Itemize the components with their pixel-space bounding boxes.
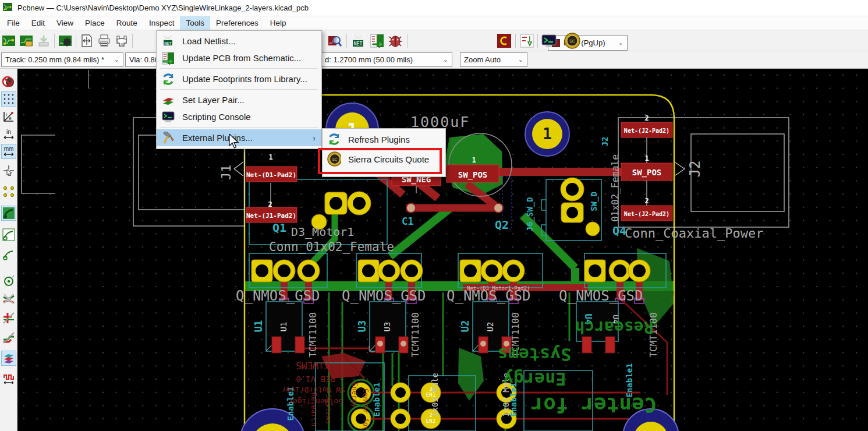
plot-button[interactable] (113, 33, 130, 49)
hide-nets-button[interactable] (1, 291, 16, 306)
chevron-down-icon: ⌄ (440, 56, 448, 63)
menu-edit[interactable]: Edit (26, 16, 51, 30)
search-footprint-button[interactable] (326, 33, 343, 49)
window-title: Pcbnew — C:\Users\Navin\Desktop\Demo XYZ… (17, 3, 309, 12)
menu-bar: File Edit View Place Route Inspect Tools… (0, 16, 868, 30)
zoom-select[interactable]: Zoom Auto ⌄ (460, 52, 527, 67)
microwave-tools-button[interactable] (1, 371, 16, 386)
menu-item-update-pcb[interactable]: Update PCB from Schematic... (157, 50, 321, 66)
svg-text:Center for: Center for (531, 393, 657, 417)
grid-visibility-button[interactable] (1, 91, 16, 107)
layer-pair-icon (161, 94, 175, 107)
svg-text:2: 2 (268, 200, 272, 209)
main-toolbar: NET F.Cu (PgUp) ⌄ SC (0, 30, 868, 51)
via-sketch-button[interactable] (1, 274, 16, 289)
svg-text:Systems: Systems (498, 344, 571, 365)
svg-text:NET: NET (164, 41, 172, 45)
menu-item-label: Update Footprints from Library... (182, 74, 307, 84)
polar-coords-button[interactable]: rθ (1, 109, 16, 124)
svg-text:J2: J2 (687, 161, 703, 178)
menu-view[interactable]: View (51, 16, 79, 30)
menu-file[interactable]: File (1, 16, 26, 30)
netlist-icon: NET (161, 35, 175, 48)
track-width-select[interactable]: Track: 0.250 mm (9.84 mils) * ⌄ (1, 52, 123, 67)
svg-text:PCB V1.0: PCB V1.0 (296, 375, 335, 384)
svg-text:Q_NMOS_GSD: Q_NMOS_GSD (559, 288, 643, 304)
menu-tools[interactable]: Tools (180, 16, 210, 30)
zoom-value: Zoom Auto (464, 55, 501, 64)
menu-item-load-netlist[interactable]: NET Load Netlist... (157, 33, 321, 50)
units-inches-button[interactable]: in (1, 127, 16, 142)
cross-probe-button[interactable] (518, 33, 536, 49)
ratsnest-visibility-button[interactable] (1, 184, 16, 199)
scripting-console-button[interactable] (540, 33, 558, 49)
svg-text:Systems: Systems (324, 395, 332, 425)
svg-text:Enable1: Enable1 (372, 382, 381, 416)
menu-route[interactable]: Route (111, 16, 143, 30)
units-mm-button[interactable]: mm (1, 144, 16, 159)
menu-item-scripting-console[interactable]: Scripting Console (157, 108, 321, 125)
menu-item-label: Refresh Plugins (348, 135, 410, 144)
new-board-button[interactable] (0, 33, 17, 49)
track-sketch-button[interactable] (1, 246, 16, 262)
svg-text:1: 1 (543, 125, 552, 143)
print-button[interactable] (95, 33, 113, 49)
svg-text:J1: J1 (219, 165, 233, 181)
menu-item-set-layer-pair[interactable]: Set Layer Pair... (157, 91, 321, 108)
menu-item-label: Update PCB from Schematic... (182, 53, 301, 63)
menu-inspect[interactable]: Inspect (143, 16, 180, 30)
svg-text:01x02_Female: 01x02_Female (610, 154, 621, 222)
svg-text:U3: U3 (382, 322, 392, 332)
svg-text:Research: Research (575, 317, 654, 337)
svg-text:J6_SW_D: J6_SW_D (525, 197, 535, 231)
svg-text:U3: U3 (356, 320, 368, 332)
svg-text:Net-(D1-Pad2): Net-(D1-Pad2) (246, 171, 296, 179)
app-icon (2, 2, 13, 15)
menu-preferences[interactable]: Preferences (210, 16, 264, 30)
zone-display-button[interactable] (1, 330, 16, 345)
page-settings-button[interactable] (78, 33, 95, 49)
tools-menu: NET Load Netlist... Update PCB from Sche… (156, 30, 322, 149)
menu-place[interactable]: Place (79, 16, 111, 30)
track-display-button[interactable] (1, 227, 16, 242)
cursor-shape-button[interactable] (1, 163, 16, 178)
menu-item-update-footprints[interactable]: Update Footprints from Library... (157, 70, 321, 87)
svg-text:SW_POS: SW_POS (458, 170, 488, 180)
menu-item-refresh-plugins[interactable]: Refresh Plugins (323, 130, 445, 148)
svg-text:1: 1 (644, 154, 649, 162)
curved-ratsnest-button[interactable] (1, 206, 16, 221)
left-options-toolbar: rθ in mm (0, 69, 17, 431)
drc-off-button[interactable] (1, 74, 16, 89)
update-pcb-button[interactable] (369, 33, 386, 49)
svg-text:Q_NMOS_GSD: Q_NMOS_GSD (342, 288, 426, 304)
pcb-canvas[interactable]: 1 1 1 1 (17, 69, 868, 431)
svg-text:Q2: Q2 (495, 218, 509, 232)
menu-separator (160, 68, 318, 69)
netlist-toolbar-button[interactable]: NET (349, 33, 367, 49)
drc-bug-button[interactable] (387, 33, 404, 49)
menu-item-label: External Plugins... (182, 133, 253, 143)
via-size-value: Via: 0.80 (129, 55, 159, 64)
sierra-circuits-button[interactable]: SC (564, 33, 581, 49)
svg-text:r: r (6, 112, 8, 117)
menu-item-label: Load Netlist... (182, 36, 236, 46)
layer-contrast-button[interactable] (495, 33, 513, 49)
layers-manager-button[interactable] (1, 351, 16, 366)
menu-separator (160, 89, 318, 90)
svg-text:Q4: Q4 (612, 224, 626, 238)
svg-text:Net-(J2-Pad2): Net-(J2-Pad2) (624, 211, 669, 217)
save-board-button[interactable] (35, 33, 52, 49)
menu-help[interactable]: Help (264, 16, 292, 30)
svg-text:SW_D: SW_D (589, 192, 599, 211)
plugins-hammer-icon (161, 132, 175, 144)
svg-text:J2: J2 (600, 137, 610, 147)
open-board-button[interactable] (17, 33, 35, 49)
svg-text:Q1: Q1 (272, 221, 286, 235)
grid-select[interactable]: d: 1.2700 mm (50.00 mils) ⌄ (321, 52, 452, 67)
menu-item-label: Set Layer Pair... (182, 95, 245, 105)
layer-select[interactable]: F.Cu (PgUp) ⌄ (548, 35, 628, 51)
board-setup-button[interactable] (56, 33, 74, 49)
chevron-down-icon: ⌄ (615, 39, 623, 47)
svg-text:Net-(J2-Pad2): Net-(J2-Pad2) (624, 128, 669, 134)
pad-sketch-button[interactable] (1, 310, 16, 326)
